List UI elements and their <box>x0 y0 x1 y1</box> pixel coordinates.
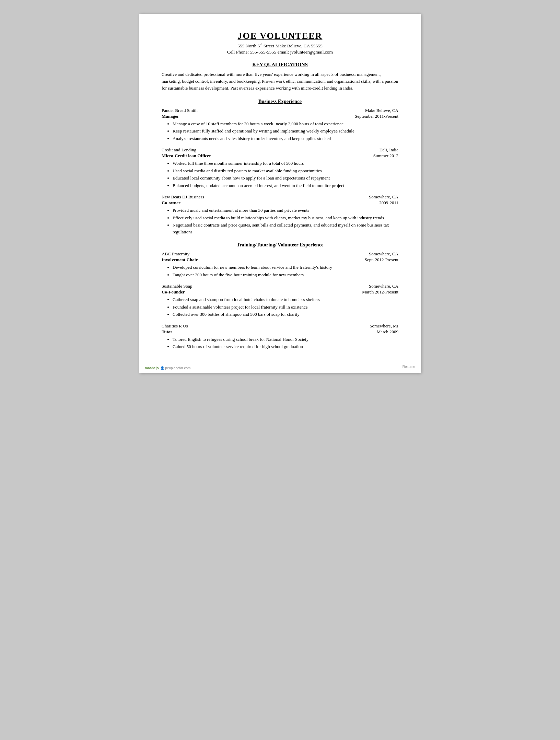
bullet-item: Used social media and distributed poster… <box>173 167 398 174</box>
date-1: September 2011-Present <box>355 114 398 119</box>
business-experience-title: Business Experience <box>162 99 398 104</box>
bullet-item: Gathered soap and shampoo from local hot… <box>173 296 398 303</box>
business-entry-1: Pander Bread Smith Make Believe, CA Mana… <box>162 108 398 142</box>
date-3: 2009-2011 <box>379 200 398 206</box>
key-qualifications-text: Creative and dedicated professional with… <box>162 71 398 92</box>
location-1: Make Believe, CA <box>365 108 398 113</box>
watermark-text: Resume <box>402 365 415 369</box>
bullet-item: Gained 50 hours of volunteer service req… <box>173 343 398 350</box>
t-date-3: March 2009 <box>377 329 398 335</box>
t-role-1: Involvement Chair <box>162 257 198 263</box>
t-date-1: Sept. 2012-Present <box>365 257 398 263</box>
company-3: New Beats DJ Business <box>162 194 204 200</box>
bullets-1: Manage a crew of 10 staff members for 20… <box>173 120 398 142</box>
resume-header: JOE VOLUNTEER 555 North 5th Street Make … <box>162 31 398 55</box>
bullet-item: Collected over 300 bottles of shampoo an… <box>173 311 398 318</box>
key-qualifications-title: KEY QUALIFICATIONS <box>162 62 398 68</box>
t-bullets-2: Gathered soap and shampoo from local hot… <box>173 296 398 318</box>
bullet-item: Manage a crew of 10 staff members for 20… <box>173 120 398 127</box>
bullet-item: Provided music and entertainment at more… <box>173 207 398 214</box>
t-date-2: March 2012-Present <box>362 289 398 295</box>
bullet-item: Developed curriculum for new members to … <box>173 264 398 271</box>
bullet-item: Analyze restaurants needs and sales hist… <box>173 135 398 142</box>
t-company-3: Charities R Us <box>162 323 188 329</box>
resume-page: JOE VOLUNTEER 555 North 5th Street Make … <box>139 14 421 373</box>
training-entry-3: Charities R Us Somewhere, MI Tutor March… <box>162 323 398 350</box>
bullet-item: Keep restaurant fully staffed and operat… <box>173 128 398 135</box>
date-2: Summer 2012 <box>373 153 398 159</box>
logo-domain: 👤 peoplegofar.com <box>160 366 191 370</box>
candidate-name: JOE VOLUNTEER <box>162 31 398 41</box>
t-company-1: ABC Fraternity <box>162 251 189 257</box>
bullets-3: Provided music and entertainment at more… <box>173 207 398 235</box>
candidate-address: 555 North 5th Street Make Believe, CA 55… <box>162 43 398 49</box>
business-entry-3: New Beats DJ Business Somewhere, CA Co-o… <box>162 194 398 235</box>
t-location-3: Somewhere, MI <box>370 323 398 329</box>
bullet-item: Balanced budgets, updated accounts on ac… <box>173 182 398 189</box>
bullet-item: Effectively used social media to build r… <box>173 215 398 221</box>
training-entry-1: ABC Fraternity Somewhere, CA Involvement… <box>162 251 398 278</box>
bullets-2: Worked full time three months summer int… <box>173 160 398 189</box>
company-1: Pander Bread Smith <box>162 108 198 113</box>
bullet-item: Educated local community about how to ap… <box>173 175 398 182</box>
t-location-2: Somewhere, CA <box>369 284 398 289</box>
training-experience-title: Training/Tutoring/ Volunteer Experience <box>162 242 398 248</box>
role-1: Manager <box>162 114 179 119</box>
candidate-contact: Cell Phone: 555-555-5555 email: jvolunte… <box>162 49 398 55</box>
bullet-item: Taught over 200 hours of the five-hour t… <box>173 271 398 278</box>
t-role-2: Co-Founder <box>162 289 185 295</box>
t-company-2: Sustainable Soap <box>162 284 192 289</box>
t-location-1: Somewhere, CA <box>369 251 398 257</box>
bullet-item: Founded a sustainable volunteer project … <box>173 304 398 311</box>
training-entry-2: Sustainable Soap Somewhere, CA Co-Founde… <box>162 284 398 318</box>
logo-area: masbejo 👤 peoplegofar.com <box>145 366 190 370</box>
location-2: Deli, India <box>379 147 398 153</box>
role-2: Micro-Credit loan Officer <box>162 153 211 159</box>
company-2: Credit and Lending <box>162 147 196 153</box>
business-entry-2: Credit and Lending Deli, India Micro-Cre… <box>162 147 398 189</box>
logo-masbejo: masbejo <box>145 366 159 370</box>
bullet-item: Negotiated basic contracts and price quo… <box>173 222 398 235</box>
location-3: Somewhere, CA <box>369 194 398 200</box>
bullet-item: Tutored English to refugees during schoo… <box>173 336 398 343</box>
t-bullets-3: Tutored English to refugees during schoo… <box>173 336 398 350</box>
bullet-item: Worked full time three months summer int… <box>173 160 398 167</box>
t-bullets-1: Developed curriculum for new members to … <box>173 264 398 278</box>
role-3: Co-owner <box>162 200 180 206</box>
t-role-3: Tutor <box>162 329 172 335</box>
